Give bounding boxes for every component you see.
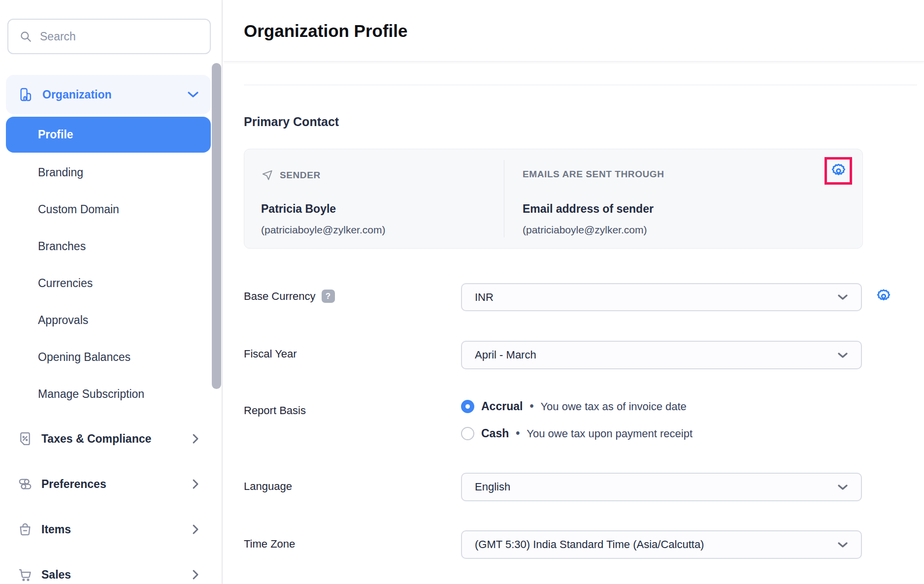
settings-page: Search Organization Profile Brandi (0, 0, 924, 584)
language-label: Language (244, 480, 292, 493)
chevron-down-icon (837, 352, 848, 358)
search-input[interactable]: Search (7, 19, 211, 54)
emails-sent-through-name: Email address of sender (523, 202, 654, 216)
page-title: Organization Profile (244, 0, 408, 62)
sidebar-item-manage-subscription[interactable]: Manage Subscription (6, 376, 211, 413)
sidebar-item-label: Organization (42, 88, 112, 101)
primary-contact-heading: Primary Contact (244, 115, 339, 129)
sender-label: SENDER (261, 169, 321, 182)
time-zone-select[interactable]: (GMT 5:30) India Standard Time (Asia/Cal… (461, 530, 862, 559)
chevron-right-icon (192, 524, 199, 535)
sidebar-item-custom-domain[interactable]: Custom Domain (6, 191, 211, 228)
fiscal-year-select[interactable]: April - March (461, 341, 862, 369)
language-select[interactable]: English (461, 473, 862, 501)
report-basis-cash-option[interactable]: Cash • You owe tax upon payment receipt (461, 427, 693, 440)
emails-sent-through-label: EMAILS ARE SENT THROUGH (523, 169, 664, 180)
page-header: Organization Profile (224, 0, 924, 62)
currency-settings-gear-icon[interactable] (873, 286, 894, 307)
chevron-right-icon (192, 479, 199, 489)
toggles-icon (18, 477, 33, 491)
sidebar-item-currencies[interactable]: Currencies (6, 265, 211, 302)
sidebar-groups: Taxes & Compliance Preferences (6, 416, 211, 584)
fiscal-year-label: Fiscal Year (244, 348, 297, 360)
paper-plane-icon (261, 169, 274, 182)
help-icon[interactable]: ? (322, 290, 335, 303)
base-currency-select[interactable]: INR (461, 283, 862, 311)
sidebar-item-label: Items (41, 523, 183, 536)
sidebar-item-taxes-compliance[interactable]: Taxes & Compliance (6, 416, 211, 461)
bullet-separator: • (516, 427, 520, 440)
gear-icon[interactable] (827, 160, 849, 182)
sidebar-item-branding[interactable]: Branding (6, 154, 211, 191)
sidebar-item-profile-active[interactable]: Profile (6, 117, 211, 153)
sidebar-item-label: Sales (41, 568, 183, 582)
radio-unselected-icon[interactable] (461, 427, 474, 440)
search-placeholder: Search (40, 30, 76, 43)
radio-selected-icon[interactable] (461, 400, 474, 413)
sidebar-item-organization[interactable]: Organization (6, 75, 211, 114)
language-value: English (475, 481, 510, 493)
shopping-bag-icon (18, 522, 33, 537)
building-icon (18, 87, 33, 102)
chevron-right-icon (192, 569, 199, 580)
sidebar-item-sales[interactable]: Sales (6, 552, 211, 584)
report-basis-label: Report Basis (244, 404, 306, 417)
shopping-cart-icon (18, 567, 33, 582)
chevron-down-icon (837, 294, 848, 300)
cash-label: Cash (481, 427, 509, 440)
sidebar-item-preferences[interactable]: Preferences (6, 461, 211, 507)
bullet-separator: • (529, 400, 533, 413)
cash-description: You owe tax upon payment receipt (527, 427, 693, 440)
sidebar-item-label: Profile (38, 128, 73, 141)
main-content: Organization Profile Primary Contact SEN… (224, 0, 924, 584)
report-basis-accrual-option[interactable]: Accrual • You owe tax as of invoice date (461, 400, 687, 413)
chevron-right-icon (192, 433, 199, 444)
accrual-label: Accrual (481, 400, 523, 413)
sidebar-item-label: Preferences (41, 478, 183, 491)
email-settings-highlight-box (825, 157, 852, 185)
sender-name: Patricia Boyle (261, 202, 336, 216)
emails-sent-through-email: (patriciaboyle@zylker.com) (523, 224, 647, 236)
time-zone-value: (GMT 5:30) India Standard Time (Asia/Cal… (475, 538, 704, 551)
content-divider (244, 85, 917, 85)
card-divider (504, 160, 504, 237)
chevron-down-icon (837, 542, 848, 548)
time-zone-label: Time Zone (244, 538, 295, 551)
sidebar-item-items[interactable]: Items (6, 507, 211, 552)
settings-sidebar: Search Organization Profile Brandi (0, 0, 223, 584)
base-currency-value: INR (475, 291, 494, 304)
search-icon (19, 30, 32, 43)
chevron-down-icon (187, 91, 199, 98)
chevron-down-icon (837, 484, 848, 490)
sidebar-item-approvals[interactable]: Approvals (6, 302, 211, 339)
sidebar-scrollbar[interactable] (212, 63, 221, 389)
sidebar-item-opening-balances[interactable]: Opening Balances (6, 339, 211, 376)
primary-contact-card: SENDER Patricia Boyle (patriciaboyle@zyl… (244, 149, 863, 249)
organization-submenu: Branding Custom Domain Branches Currenci… (6, 154, 211, 413)
fiscal-year-value: April - March (475, 349, 536, 361)
accrual-description: You owe tax as of invoice date (540, 400, 686, 413)
document-percent-icon (18, 431, 33, 446)
sidebar-item-branches[interactable]: Branches (6, 228, 211, 265)
sender-email: (patriciaboyle@zylker.com) (261, 224, 385, 236)
base-currency-label: Base Currency ? (244, 290, 335, 303)
sidebar-item-label: Taxes & Compliance (41, 432, 183, 446)
